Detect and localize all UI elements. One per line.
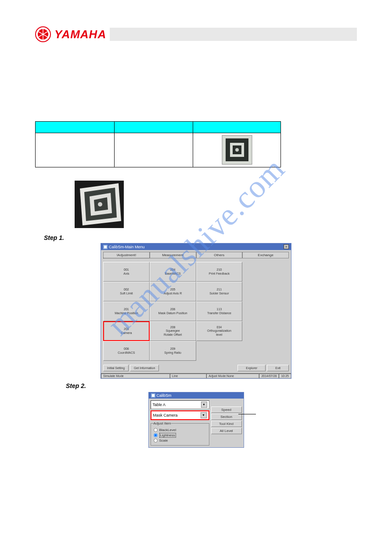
tool-table bbox=[35, 121, 281, 167]
adjust-axis-r-button[interactable]: 205Adjust Axis R bbox=[150, 282, 196, 301]
tab-adjustment[interactable]: !Adjustment! bbox=[103, 252, 150, 258]
window-title: CalibSm-Main Menu bbox=[109, 245, 145, 249]
table-cell bbox=[193, 133, 281, 167]
yamaha-logo-icon bbox=[35, 26, 51, 42]
table-header bbox=[193, 122, 281, 133]
status-line: Line bbox=[170, 374, 206, 378]
alllevel-button[interactable]: All Level bbox=[211, 428, 242, 434]
solder-sensor-button[interactable]: 211Solder Sensor bbox=[196, 282, 243, 301]
spring-ratio-button[interactable]: 209Spring Ratio bbox=[150, 341, 196, 361]
window-title: CalibSm bbox=[157, 393, 172, 398]
app-icon bbox=[151, 393, 155, 398]
table-cell bbox=[36, 133, 115, 167]
status-mode: Simulate Mode bbox=[101, 374, 170, 378]
calibration-jig-large-icon bbox=[75, 181, 124, 228]
status-date: 2014/07/28 bbox=[259, 374, 279, 378]
page-header: YAMAHA bbox=[35, 26, 357, 42]
table-header bbox=[36, 122, 115, 133]
jig-photo bbox=[75, 181, 357, 230]
radio-lightness[interactable]: Lightness bbox=[154, 433, 206, 438]
svg-point-15 bbox=[98, 202, 102, 207]
coordmacs-button[interactable]: 008CoordMACS bbox=[103, 341, 150, 361]
chevron-down-icon[interactable]: ▼ bbox=[201, 402, 207, 408]
section-button[interactable]: Section bbox=[211, 414, 242, 420]
status-bar: Simulate Mode Line Adjust Mode:None 2014… bbox=[101, 373, 291, 378]
speed-button[interactable]: Speed bbox=[211, 406, 242, 413]
table-select[interactable]: Table A ▼ bbox=[151, 400, 209, 409]
table-cell bbox=[114, 133, 193, 167]
adjust-item-fieldset: Adjust Item BlackLevel Lightness Scale bbox=[151, 421, 209, 446]
step-1-label: Step 1. bbox=[44, 234, 357, 241]
calibration-jig-icon bbox=[221, 134, 253, 165]
tab-measurement[interactable]: Measurement bbox=[150, 252, 196, 258]
svg-rect-19 bbox=[152, 394, 155, 397]
svg-rect-17 bbox=[104, 246, 107, 248]
machine-position-button[interactable]: 201Machine Position bbox=[103, 301, 150, 321]
initial-setting-button[interactable]: Initial Setting bbox=[103, 365, 129, 371]
camera-button[interactable]: 203Camera bbox=[103, 321, 150, 341]
callout-line bbox=[238, 414, 256, 414]
camera-select-value: Mask Camera bbox=[153, 413, 178, 417]
radio-blacklevel[interactable]: BlackLevel bbox=[154, 428, 206, 432]
tab-bar: !Adjustment! Measurement Others Exchange bbox=[101, 250, 291, 258]
radio-scale[interactable]: Scale bbox=[154, 439, 206, 443]
window-titlebar: CalibSm bbox=[149, 392, 244, 399]
mask-datum-position-button[interactable]: 206Mask Datum Position bbox=[150, 301, 196, 321]
chevron-down-icon[interactable]: ▼ bbox=[201, 412, 207, 418]
button-grid: 001Axis204BaseMACS210Print Feedback002So… bbox=[101, 258, 291, 363]
axis-button[interactable]: 001Axis bbox=[103, 262, 150, 282]
explorer-button[interactable]: Explorer bbox=[237, 365, 266, 371]
squeegee-rotate-offset-button[interactable]: 208Squeegee Rotate Offset bbox=[150, 321, 196, 341]
camera-select[interactable]: Mask Camera ▼ bbox=[151, 410, 209, 420]
close-icon[interactable]: × bbox=[284, 244, 289, 249]
header-bar bbox=[110, 28, 357, 41]
svg-point-9 bbox=[235, 148, 239, 152]
tab-exchange[interactable]: Exchange bbox=[242, 252, 289, 258]
step-2-label: Step 2. bbox=[66, 382, 357, 389]
fieldset-legend: Adjust Item bbox=[154, 421, 171, 425]
exit-button[interactable]: Exit bbox=[267, 365, 289, 371]
brand-logo: YAMAHA bbox=[35, 26, 106, 42]
calibsm-main-window: CalibSm-Main Menu × !Adjustment! Measure… bbox=[101, 243, 291, 379]
orthogonalization-level-button[interactable]: 034Orthogonalization level bbox=[196, 321, 243, 341]
status-time: 10:25 bbox=[279, 374, 291, 378]
bottom-bar: Initial Setting Get Information Explorer… bbox=[101, 363, 291, 373]
get-information-button[interactable]: Get Information bbox=[130, 365, 159, 371]
app-icon bbox=[103, 245, 108, 249]
calibsm-sub-window: CalibSm Table A ▼ Mask Camera ▼ Adjust I… bbox=[148, 392, 244, 448]
status-adjust: Adjust Mode:None bbox=[206, 374, 259, 378]
table-header bbox=[114, 122, 193, 133]
print-feedback-button[interactable]: 210Print Feedback bbox=[196, 262, 243, 282]
basemacs-button[interactable]: 204BaseMACS bbox=[150, 262, 196, 282]
soft-limit-button[interactable]: 002Soft Limit bbox=[103, 282, 150, 301]
tab-others[interactable]: Others bbox=[196, 252, 243, 258]
toolkind-button[interactable]: Tool Kind bbox=[211, 421, 242, 427]
transfer-distance-button[interactable]: 113Transfer Distance bbox=[196, 301, 243, 321]
table-select-value: Table A bbox=[153, 403, 166, 407]
brand-text: YAMAHA bbox=[54, 28, 106, 41]
window-titlebar: CalibSm-Main Menu × bbox=[101, 243, 291, 250]
